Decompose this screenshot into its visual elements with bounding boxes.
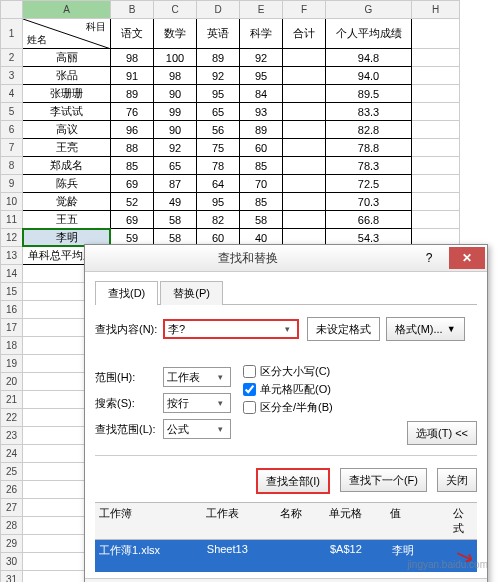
cell[interactable]: 张珊珊 — [23, 85, 111, 103]
row-header[interactable]: 24 — [1, 445, 23, 463]
match-width-checkbox[interactable]: 区分全/半角(B) — [243, 400, 333, 415]
cell[interactable]: 觉龄 — [23, 193, 111, 211]
row-header[interactable]: 10 — [1, 193, 23, 211]
header-cell[interactable]: 个人平均成绩 — [326, 19, 412, 49]
col-header-C[interactable]: C — [154, 1, 197, 19]
search-select[interactable]: 按行▾ — [163, 393, 231, 413]
row-header[interactable]: 11 — [1, 211, 23, 229]
match-case-checkbox[interactable]: 区分大小写(C) — [243, 364, 333, 379]
dialog-title: 查找和替换 — [85, 250, 411, 267]
col-header-F[interactable]: F — [283, 1, 326, 19]
lookin-select[interactable]: 公式▾ — [163, 419, 231, 439]
row-header[interactable]: 13 — [1, 247, 23, 265]
col-header-E[interactable]: E — [240, 1, 283, 19]
header-cell[interactable]: 语文 — [111, 19, 154, 49]
close-button[interactable]: 关闭 — [437, 468, 477, 492]
no-format-label: 未设定格式 — [307, 317, 380, 341]
find-label: 查找内容(N): — [95, 322, 163, 337]
col-header-D[interactable]: D — [197, 1, 240, 19]
match-cell-checkbox[interactable]: 单元格匹配(O) — [243, 382, 333, 397]
header-cell[interactable]: 科学 — [240, 19, 283, 49]
row-header[interactable]: 12 — [1, 229, 23, 247]
row-header[interactable]: 31 — [1, 571, 23, 583]
cell[interactable]: 郑成名 — [23, 157, 111, 175]
row-header[interactable]: 20 — [1, 373, 23, 391]
row-header[interactable]: 25 — [1, 463, 23, 481]
cell[interactable]: 张品 — [23, 67, 111, 85]
chevron-down-icon[interactable]: ▾ — [280, 324, 294, 334]
row-header[interactable]: 9 — [1, 175, 23, 193]
row-header[interactable]: 26 — [1, 481, 23, 499]
diagonal-header[interactable]: 科目 姓名 — [23, 19, 111, 49]
format-button[interactable]: 格式(M)...▼ — [386, 317, 465, 341]
row-header[interactable]: 17 — [1, 319, 23, 337]
row-header[interactable]: 30 — [1, 553, 23, 571]
row-header[interactable]: 29 — [1, 535, 23, 553]
row-header[interactable]: 23 — [1, 427, 23, 445]
corner-cell[interactable] — [1, 1, 23, 19]
row-header[interactable]: 21 — [1, 391, 23, 409]
find-replace-dialog: 查找和替换 ? ✕ 查找(D) 替换(P) 查找内容(N): 李?▾ 未设定格式… — [84, 244, 488, 582]
close-icon[interactable]: ✕ — [449, 247, 485, 269]
tab-find[interactable]: 查找(D) — [95, 281, 158, 305]
cell[interactable]: 高议 — [23, 121, 111, 139]
row-header[interactable]: 6 — [1, 121, 23, 139]
dialog-titlebar[interactable]: 查找和替换 ? ✕ — [85, 245, 487, 272]
col-header-H[interactable]: H — [412, 1, 460, 19]
row-header[interactable]: 19 — [1, 355, 23, 373]
row-header[interactable]: 18 — [1, 337, 23, 355]
header-cell[interactable]: 合计 — [283, 19, 326, 49]
scope-select[interactable]: 工作表▾ — [163, 367, 231, 387]
cell[interactable]: 陈兵 — [23, 175, 111, 193]
row-header[interactable]: 1 — [1, 19, 23, 49]
row-header[interactable]: 22 — [1, 409, 23, 427]
dialog-status: 1 个单元格被找到 Baidu经验 — [85, 578, 487, 582]
find-next-button[interactable]: 查找下一个(F) — [340, 468, 427, 492]
row-header[interactable]: 27 — [1, 499, 23, 517]
col-header-A[interactable]: A — [23, 1, 111, 19]
row-header[interactable]: 3 — [1, 67, 23, 85]
row-header[interactable]: 16 — [1, 301, 23, 319]
cell[interactable]: 高丽 — [23, 49, 111, 67]
find-input[interactable]: 李?▾ — [163, 319, 299, 339]
row-header[interactable]: 5 — [1, 103, 23, 121]
col-header-G[interactable]: G — [326, 1, 412, 19]
help-button[interactable]: ? — [411, 247, 447, 269]
watermark: jingyan.baidu.com — [407, 559, 488, 570]
row-header[interactable]: 8 — [1, 157, 23, 175]
row-header[interactable]: 4 — [1, 85, 23, 103]
find-all-button[interactable]: 查找全部(I) — [256, 468, 330, 494]
col-header-B[interactable]: B — [111, 1, 154, 19]
options-button[interactable]: 选项(T) << — [407, 421, 477, 445]
row-header[interactable]: 2 — [1, 49, 23, 67]
cell[interactable]: 李试试 — [23, 103, 111, 121]
row-header[interactable]: 15 — [1, 283, 23, 301]
cell[interactable]: 王五 — [23, 211, 111, 229]
row-header[interactable]: 28 — [1, 517, 23, 535]
row-header[interactable]: 14 — [1, 265, 23, 283]
results-header[interactable]: 工作簿工作表名称单元格值公式 — [95, 502, 477, 540]
cell[interactable]: 王亮 — [23, 139, 111, 157]
row-header[interactable]: 7 — [1, 139, 23, 157]
dialog-tabs: 查找(D) 替换(P) — [95, 280, 477, 305]
header-cell[interactable]: 数学 — [154, 19, 197, 49]
tab-replace[interactable]: 替换(P) — [160, 281, 223, 305]
header-cell[interactable]: 英语 — [197, 19, 240, 49]
